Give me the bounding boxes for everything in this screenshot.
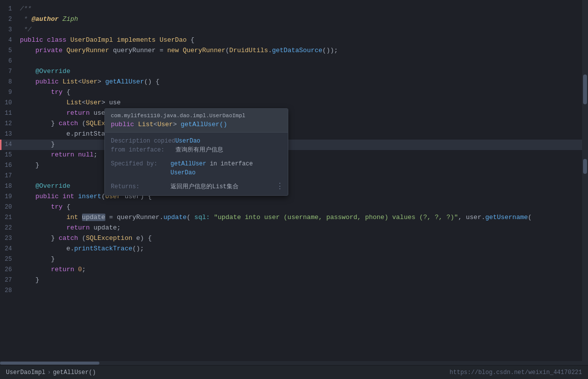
- line-content-14: }: [20, 140, 578, 150]
- line-6: 6: [0, 56, 588, 67]
- line-num-10: 10: [0, 98, 20, 108]
- line-28: 28: [0, 286, 588, 296]
- scrollbar-thumb-2[interactable]: [583, 159, 587, 174]
- line-content-11: return use: [20, 108, 578, 119]
- line-num-13: 13: [0, 130, 20, 139]
- line-21: 21 int update = queryRunner.update( sql:…: [0, 213, 588, 223]
- line-marker: [0, 140, 1, 150]
- line-23: 23 } catch (SQLException e) {: [0, 233, 588, 244]
- line-content-4: public class UserDaoImpl implements User…: [20, 35, 578, 46]
- status-bar: UserDaoImpl › getAllUser() https://blog.…: [0, 365, 588, 379]
- line-num-8: 8: [0, 77, 20, 87]
- editor-container: 1 /** 2 * @author Ziph 3 */ 4 public cla…: [0, 0, 588, 379]
- line-content-20: try {: [20, 202, 578, 213]
- scrollbar-thumb-1[interactable]: [583, 75, 587, 104]
- line-content-19: public int insert(User user) {: [20, 192, 578, 202]
- line-content-12: } catch (SQLEx: [20, 119, 578, 129]
- tooltip-more-icon[interactable]: ⋮: [276, 181, 284, 191]
- line-content-24: e.printStackTrace();: [20, 244, 578, 254]
- tooltip-returns-label: Returns:: [111, 182, 170, 191]
- line-content-17: [20, 171, 578, 181]
- tooltip-sig-public: public: [111, 121, 134, 128]
- line-11: 11 return use: [0, 108, 588, 119]
- line-content-9: try {: [20, 87, 578, 98]
- line-12: 12 } catch (SQLEx: [0, 119, 588, 129]
- line-9: 9 try {: [0, 87, 588, 98]
- line-num-22: 22: [0, 224, 20, 233]
- line-num-11: 11: [0, 109, 20, 118]
- line-num-20: 20: [0, 203, 20, 212]
- line-7: 7 @Override: [0, 67, 588, 77]
- line-13: 13 e.printSta: [0, 129, 588, 140]
- line-content-5: private QueryRunner queryRunner = new Qu…: [20, 46, 578, 56]
- tooltip-specified-value: getAllUser in interface UserDao: [170, 159, 282, 177]
- line-16: 16 }: [0, 160, 588, 171]
- line-num-7: 7: [0, 67, 20, 76]
- line-content-22: return update;: [20, 223, 578, 233]
- tooltip-popup: com.mylifes1110.java.dao.impl.UserDaoImp…: [104, 108, 288, 196]
- tooltip-specified-method-link[interactable]: getAllUser: [170, 160, 206, 167]
- tooltip-row-desc: Description copiedfrom interface: UserDa…: [111, 137, 282, 154]
- line-content-18: @Override: [20, 181, 578, 192]
- line-content-25: }: [20, 254, 578, 265]
- line-num-12: 12: [0, 119, 20, 129]
- line-num-6: 6: [0, 57, 20, 66]
- breadcrumb-file: UserDaoImpl: [6, 369, 45, 376]
- line-num-15: 15: [0, 151, 20, 160]
- tooltip-userdao-link[interactable]: UserDao: [175, 138, 200, 145]
- line-8: 8 public List<User> getAllUser() {: [0, 77, 588, 87]
- tooltip-row-returns: Returns: 返回用户信息的List集合: [111, 182, 282, 191]
- tooltip-body: Description copiedfrom interface: UserDa…: [105, 133, 288, 195]
- line-num-9: 9: [0, 88, 20, 97]
- line-content-8: public List<User> getAllUser() {: [20, 77, 578, 87]
- breadcrumb: UserDaoImpl › getAllUser(): [6, 369, 96, 376]
- line-num-21: 21: [0, 213, 20, 223]
- line-content-2: * @author Ziph: [20, 14, 578, 25]
- tooltip-sig-method: getAllUser(): [181, 121, 228, 128]
- line-content-15: return null;: [20, 150, 578, 160]
- line-num-26: 26: [0, 265, 20, 275]
- line-content-13: e.printSta: [20, 129, 578, 140]
- line-num-3: 3: [0, 25, 20, 35]
- line-26: 26 return 0;: [0, 265, 588, 275]
- line-3: 3 */: [0, 25, 588, 35]
- line-19: 19 public int insert(User user) {: [0, 192, 588, 202]
- line-27: 27 }: [0, 275, 588, 286]
- line-1: 1 /**: [0, 4, 588, 14]
- status-url: https://blog.csdn.net/weixin_44170221: [450, 369, 582, 376]
- line-num-2: 2: [0, 15, 20, 24]
- line-4: 4 public class UserDaoImpl implements Us…: [0, 35, 588, 46]
- line-content-26: return 0;: [20, 265, 578, 275]
- breadcrumb-method: getAllUser(): [53, 369, 95, 376]
- line-content-28: [20, 286, 578, 296]
- line-20: 20 try {: [0, 202, 588, 213]
- tooltip-row-specified: Specified by: getAllUser in interface Us…: [111, 159, 282, 177]
- line-num-1: 1: [0, 4, 20, 14]
- line-num-27: 27: [0, 276, 20, 285]
- tooltip-method-sig: public List<User> getAllUser(): [111, 121, 282, 128]
- line-content-23: } catch (SQLException e) {: [20, 233, 578, 244]
- line-num-23: 23: [0, 234, 20, 243]
- line-content-21: int update = queryRunner.update( sql: "u…: [20, 213, 578, 223]
- scrollbar-vertical[interactable]: [582, 0, 588, 379]
- tooltip-sig-list: List: [138, 121, 154, 128]
- line-14: 14 }: [0, 140, 588, 150]
- line-content-1: /**: [20, 4, 578, 14]
- breadcrumb-sep: ›: [47, 369, 51, 376]
- line-num-25: 25: [0, 255, 20, 264]
- line-num-18: 18: [0, 182, 20, 191]
- tooltip-header: com.mylifes1110.java.dao.impl.UserDaoImp…: [105, 109, 288, 133]
- line-content-3: */: [20, 25, 578, 35]
- line-10: 10 List<User> use: [0, 98, 588, 108]
- line-num-14: 14: [0, 140, 20, 150]
- line-content-6: [20, 56, 578, 67]
- tooltip-desc-chinese: 查询所有用户信息: [175, 147, 223, 153]
- tooltip-specified-label: Specified by:: [111, 159, 170, 177]
- line-18: 18 @Override: [0, 181, 588, 192]
- line-num-5: 5: [0, 46, 20, 56]
- tooltip-specified-interface-link[interactable]: UserDao: [170, 169, 195, 176]
- scrollbar-h-thumb[interactable]: [0, 362, 99, 365]
- scrollbar-horizontal[interactable]: [0, 361, 582, 365]
- line-24: 24 e.printStackTrace();: [0, 244, 588, 254]
- tooltip-desc-label: Description copiedfrom interface:: [111, 137, 175, 154]
